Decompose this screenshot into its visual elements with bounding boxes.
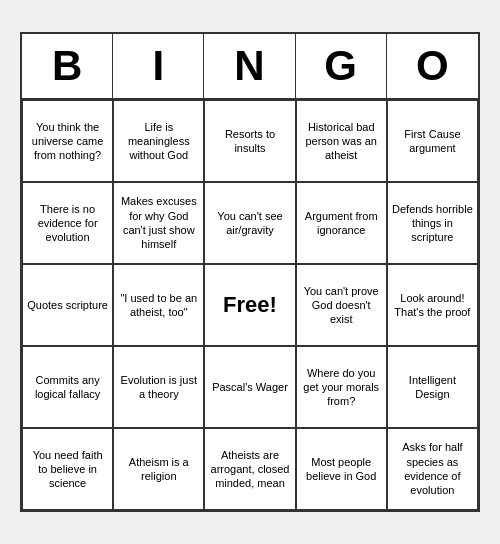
bingo-cell-12[interactable]: Free!: [204, 264, 295, 346]
letter-o: O: [387, 34, 478, 98]
letter-b: B: [22, 34, 113, 98]
bingo-cell-3[interactable]: Historical bad person was an atheist: [296, 100, 387, 182]
letter-i: I: [113, 34, 204, 98]
bingo-cell-2[interactable]: Resorts to insults: [204, 100, 295, 182]
bingo-cell-4[interactable]: First Cause argument: [387, 100, 478, 182]
bingo-cell-18[interactable]: Where do you get your morals from?: [296, 346, 387, 428]
bingo-cell-21[interactable]: Atheism is a religion: [113, 428, 204, 510]
bingo-card: B I N G O You think the universe came fr…: [20, 32, 480, 512]
bingo-cell-13[interactable]: You can't prove God doesn't exist: [296, 264, 387, 346]
bingo-cell-23[interactable]: Most people believe in God: [296, 428, 387, 510]
bingo-cell-16[interactable]: Evolution is just a theory: [113, 346, 204, 428]
bingo-cell-11[interactable]: "I used to be an atheist, too": [113, 264, 204, 346]
bingo-cell-8[interactable]: Argument from ignorance: [296, 182, 387, 264]
bingo-cell-22[interactable]: Atheists are arrogant, closed minded, me…: [204, 428, 295, 510]
bingo-header: B I N G O: [22, 34, 478, 100]
letter-g: G: [296, 34, 387, 98]
bingo-cell-7[interactable]: You can't see air/gravity: [204, 182, 295, 264]
bingo-cell-14[interactable]: Look around! That's the proof: [387, 264, 478, 346]
letter-n: N: [204, 34, 295, 98]
bingo-cell-6[interactable]: Makes excuses for why God can't just sho…: [113, 182, 204, 264]
bingo-cell-19[interactable]: Intelligent Design: [387, 346, 478, 428]
bingo-cell-24[interactable]: Asks for half species as evidence of evo…: [387, 428, 478, 510]
bingo-cell-1[interactable]: Life is meaningless without God: [113, 100, 204, 182]
bingo-cell-0[interactable]: You think the universe came from nothing…: [22, 100, 113, 182]
bingo-cell-15[interactable]: Commits any logical fallacy: [22, 346, 113, 428]
bingo-cell-20[interactable]: You need faith to believe in science: [22, 428, 113, 510]
bingo-cell-17[interactable]: Pascal's Wager: [204, 346, 295, 428]
bingo-cell-10[interactable]: Quotes scripture: [22, 264, 113, 346]
bingo-grid: You think the universe came from nothing…: [22, 100, 478, 510]
bingo-cell-9[interactable]: Defends horrible things in scripture: [387, 182, 478, 264]
bingo-cell-5[interactable]: There is no evidence for evolution: [22, 182, 113, 264]
